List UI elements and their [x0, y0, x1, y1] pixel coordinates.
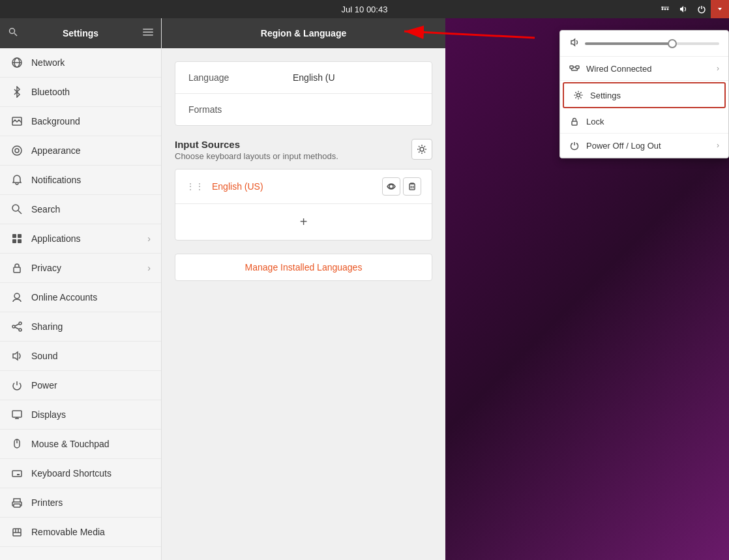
input-sources-subtitle: Choose keyboard layouts or input methods… — [175, 151, 338, 161]
sidebar-item-removable-media[interactable]: Removable Media — [0, 518, 161, 547]
svg-rect-11 — [143, 32, 153, 33]
input-source-name: English (US) — [212, 181, 374, 192]
input-sources-card: ⋮⋮ English (US) — [175, 169, 432, 241]
delete-button[interactable] — [403, 177, 421, 196]
dropdown-settings-item[interactable]: Settings — [563, 82, 726, 108]
sidebar-item-mouse-label: Mouse & Touchpad — [31, 439, 151, 449]
sidebar-item-appearance-label: Appearance — [31, 145, 151, 156]
dropdown-lock-item[interactable]: Lock — [560, 110, 728, 134]
sidebar-item-network[interactable]: Network — [0, 48, 161, 78]
topbar-right — [656, 0, 729, 18]
printers-icon — [10, 496, 23, 509]
privacy-arrow: › — [147, 263, 151, 273]
formats-row[interactable]: Formats — [175, 94, 432, 125]
svg-point-19 — [12, 205, 19, 211]
sound-icon — [10, 349, 23, 362]
sidebar-menu-icon[interactable] — [143, 27, 153, 40]
svg-rect-51 — [409, 184, 415, 190]
sidebar-item-online-accounts-label: Online Accounts — [31, 292, 151, 302]
dropdown-wired-item[interactable]: Wired Connected › — [560, 57, 728, 81]
drag-handle[interactable]: ⋮⋮ — [186, 181, 204, 192]
language-row[interactable]: Language English (U — [175, 62, 432, 94]
sidebar-item-background-label: Background — [31, 116, 151, 126]
sidebar-item-notifications-label: Notifications — [31, 175, 151, 185]
sidebar-item-power[interactable]: Power — [0, 371, 161, 400]
sharing-icon — [10, 320, 23, 333]
sidebar-item-bluetooth-label: Bluetooth — [31, 87, 151, 97]
svg-rect-12 — [143, 35, 153, 36]
svg-point-29 — [19, 329, 22, 331]
sidebar-title: Settings — [25, 28, 136, 38]
sidebar-item-notifications[interactable]: Notifications — [0, 166, 161, 195]
language-value: English (U — [293, 72, 335, 83]
svg-line-9 — [14, 33, 17, 36]
sidebar-item-power-label: Power — [31, 380, 151, 391]
network-topbar-icon[interactable] — [656, 0, 674, 18]
sidebar-item-privacy[interactable]: Privacy › — [0, 254, 161, 283]
svg-point-50 — [389, 184, 393, 188]
content-title: Region & Language — [261, 28, 346, 38]
displays-icon — [10, 408, 23, 421]
sidebar: Settings Network — [0, 18, 162, 560]
sidebar-item-appearance[interactable]: Appearance — [0, 136, 161, 166]
privacy-icon — [10, 261, 23, 274]
sidebar-item-network-label: Network — [31, 57, 151, 68]
lock-label: Lock — [586, 117, 719, 126]
wired-icon — [569, 63, 580, 74]
svg-point-2 — [667, 8, 669, 10]
sidebar-item-removable-media-label: Removable Media — [31, 527, 151, 537]
svg-rect-21 — [12, 234, 16, 238]
svg-point-1 — [664, 8, 666, 10]
sidebar-item-keyboard-shortcuts[interactable]: Keyboard Shortcuts — [0, 459, 161, 488]
background-icon — [10, 115, 23, 128]
sidebar-item-background[interactable]: Background — [0, 107, 161, 136]
sidebar-item-displays[interactable]: Displays — [0, 400, 161, 430]
sidebar-item-bluetooth[interactable]: Bluetooth — [0, 78, 161, 107]
input-source-item: ⋮⋮ English (US) — [175, 169, 432, 204]
svg-rect-10 — [143, 29, 153, 30]
wired-arrow: › — [717, 64, 719, 73]
power-off-label: Power Off / Log Out — [586, 141, 710, 151]
svg-rect-44 — [14, 499, 20, 502]
sidebar-item-applications[interactable]: Applications › — [0, 224, 161, 254]
sidebar-item-printers[interactable]: Printers — [0, 488, 161, 518]
volume-topbar-icon[interactable] — [674, 0, 692, 18]
topbar: Jul 10 00:43 — [0, 0, 729, 18]
power-arrow: › — [717, 141, 719, 150]
svg-rect-32 — [12, 411, 22, 417]
sidebar-item-printers-label: Printers — [31, 497, 151, 508]
svg-rect-43 — [14, 504, 20, 507]
volume-slider[interactable] — [585, 42, 719, 45]
dropdown-topbar-icon[interactable] — [711, 0, 729, 18]
volume-thumb — [668, 39, 677, 48]
sidebar-item-search[interactable]: Search — [0, 195, 161, 224]
sidebar-item-search-label: Search — [31, 204, 151, 214]
sidebar-item-sound-label: Sound — [31, 351, 151, 361]
svg-rect-23 — [12, 239, 16, 243]
sidebar-item-privacy-label: Privacy — [31, 263, 140, 273]
removable-media-icon — [10, 525, 23, 538]
svg-point-28 — [19, 322, 22, 325]
add-input-source-button[interactable]: + — [300, 214, 308, 229]
sidebar-item-applications-label: Applications — [31, 233, 140, 244]
svg-rect-37 — [12, 471, 22, 477]
dropdown-power-item[interactable]: Power Off / Log Out › — [560, 134, 728, 158]
manage-installed-languages-button[interactable]: Manage Installed Languages — [175, 254, 432, 281]
notifications-icon — [10, 173, 23, 186]
preview-button[interactable] — [382, 177, 400, 196]
svg-rect-22 — [18, 234, 22, 238]
content-body: Language English (U Formats Input Source… — [162, 48, 445, 560]
svg-rect-54 — [570, 66, 573, 68]
power-topbar-icon[interactable] — [692, 0, 711, 18]
sidebar-item-mouse-touchpad[interactable]: Mouse & Touchpad — [0, 430, 161, 459]
sidebar-item-sharing[interactable]: Sharing — [0, 312, 161, 342]
input-sources-gear-button[interactable] — [411, 139, 432, 160]
sidebar-item-sound[interactable]: Sound — [0, 342, 161, 371]
svg-point-27 — [12, 325, 15, 328]
appearance-icon — [10, 144, 23, 157]
svg-point-17 — [12, 146, 22, 155]
sidebar-item-online-accounts[interactable]: Online Accounts — [0, 283, 161, 312]
svg-point-8 — [10, 29, 15, 34]
content-header: Region & Language — [162, 18, 445, 48]
svg-line-30 — [15, 324, 19, 326]
